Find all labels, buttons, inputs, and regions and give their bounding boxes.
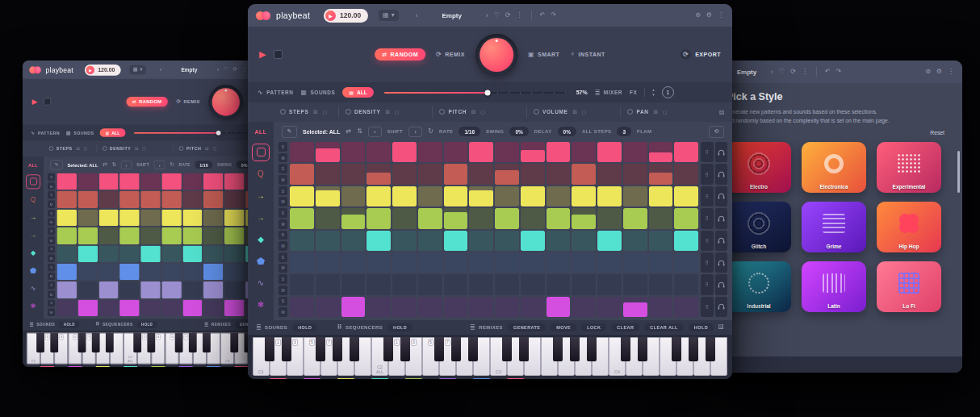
step-cell[interactable] bbox=[98, 209, 118, 226]
sounds-hold-button[interactable]: HOLD bbox=[59, 322, 79, 328]
solo-button[interactable]: S bbox=[279, 164, 287, 173]
piano-black-key[interactable] bbox=[77, 332, 86, 352]
step-cell[interactable] bbox=[495, 231, 519, 251]
track-icon-q[interactable]: Q bbox=[23, 190, 44, 208]
preset-menu-kebab-icon[interactable]: ⋮ bbox=[802, 69, 808, 75]
step-cell[interactable] bbox=[316, 164, 340, 184]
track-headphones-button[interactable] bbox=[715, 208, 728, 228]
step-cell[interactable] bbox=[572, 208, 596, 228]
track-icon-snowflake[interactable]: ❄ bbox=[23, 297, 44, 315]
step-cell[interactable] bbox=[140, 209, 160, 226]
step-cell[interactable] bbox=[366, 142, 391, 162]
piano-black-key[interactable] bbox=[587, 337, 597, 361]
lock-icon[interactable]: ▢ bbox=[212, 147, 216, 152]
step-cell[interactable] bbox=[392, 297, 417, 317]
preset-save-icon[interactable]: ⟳ bbox=[790, 69, 796, 75]
step-cell[interactable] bbox=[623, 142, 647, 162]
rate-value[interactable]: 1/16 bbox=[195, 161, 213, 169]
step-cell[interactable] bbox=[649, 252, 673, 273]
step-cell[interactable] bbox=[572, 164, 596, 184]
solo-button[interactable]: S bbox=[279, 186, 287, 196]
step-cell[interactable] bbox=[469, 252, 493, 273]
hold-button[interactable]: HOLD bbox=[689, 323, 714, 332]
step-cell[interactable] bbox=[224, 281, 244, 298]
piano-black-key[interactable] bbox=[350, 337, 360, 361]
preset-name[interactable]: Empty bbox=[166, 67, 212, 73]
smart-toggle[interactable]: ▣ SMART bbox=[528, 52, 559, 58]
step-cell[interactable] bbox=[203, 227, 223, 244]
step-cell[interactable] bbox=[597, 297, 622, 317]
tab-pattern[interactable]: ∿ PATTERN bbox=[31, 130, 60, 136]
piano-black-key[interactable] bbox=[383, 337, 394, 361]
sequencers-hold-button[interactable]: HOLD bbox=[136, 322, 157, 328]
step-cell[interactable] bbox=[182, 281, 202, 298]
step-cell[interactable] bbox=[182, 173, 202, 190]
rotate-icon[interactable]: ↻ bbox=[170, 162, 174, 168]
step-cell[interactable] bbox=[119, 227, 139, 244]
step-cell[interactable] bbox=[161, 299, 181, 316]
step-cell[interactable] bbox=[182, 209, 202, 226]
piano-black-key[interactable] bbox=[570, 337, 580, 361]
step-cell[interactable] bbox=[341, 297, 366, 317]
step-cell[interactable] bbox=[649, 208, 673, 228]
step-cell[interactable] bbox=[392, 208, 417, 228]
bpm-value[interactable]: 120.00 bbox=[98, 66, 115, 73]
step-cell[interactable] bbox=[597, 186, 622, 206]
transport-play-button[interactable]: ▶ bbox=[31, 98, 37, 106]
mute-button[interactable]: M bbox=[279, 241, 287, 251]
step-cell[interactable] bbox=[77, 227, 97, 244]
track-drag-handle[interactable]: ⠿ bbox=[701, 164, 714, 184]
export-button[interactable]: ⟳ EXPORT bbox=[681, 49, 721, 60]
lock-icon[interactable]: ▢ bbox=[142, 147, 146, 152]
step-cell[interactable] bbox=[547, 186, 571, 206]
swap-icon[interactable]: ⇄ bbox=[346, 128, 351, 135]
step-cell[interactable] bbox=[57, 245, 76, 262]
solo-button[interactable]: S bbox=[48, 264, 55, 272]
step-cell[interactable] bbox=[444, 274, 468, 294]
sync-selector[interactable]: ▦ ▾ bbox=[129, 65, 145, 74]
step-cell[interactable] bbox=[521, 252, 545, 273]
slider-handle[interactable] bbox=[216, 131, 221, 136]
step-cell[interactable] bbox=[547, 142, 571, 162]
step-cell[interactable] bbox=[182, 264, 202, 281]
solo-button[interactable]: S bbox=[279, 297, 287, 306]
style-tile-lo-fi[interactable]: Lo Fi bbox=[877, 261, 941, 312]
track-icon-pentagon[interactable] bbox=[248, 250, 274, 272]
piano-black-key[interactable] bbox=[265, 337, 275, 361]
record-button[interactable] bbox=[44, 98, 52, 106]
step-cell[interactable] bbox=[392, 231, 417, 251]
step-cell[interactable] bbox=[316, 231, 340, 251]
lane-header-pitch[interactable]: PITCH⚄▢ bbox=[174, 144, 250, 154]
step-cell[interactable] bbox=[77, 299, 97, 316]
track-icon-wave[interactable]: ∿ bbox=[248, 272, 274, 294]
piano-black-key[interactable] bbox=[434, 337, 445, 361]
piano-black-key[interactable] bbox=[502, 337, 513, 361]
step-cell[interactable] bbox=[444, 297, 468, 317]
step-cell[interactable] bbox=[98, 264, 118, 281]
step-cell[interactable] bbox=[77, 191, 97, 208]
track-headphones-button[interactable] bbox=[715, 274, 728, 294]
web-icon[interactable]: ⊚ bbox=[695, 12, 701, 19]
bpm-display[interactable]: ▶ 120.00 bbox=[85, 64, 121, 75]
step-cell[interactable] bbox=[366, 164, 391, 184]
step-cell[interactable] bbox=[119, 299, 139, 316]
track-icon-arrow[interactable]: → bbox=[23, 226, 44, 244]
step-cell[interactable] bbox=[203, 299, 223, 316]
step-cell[interactable] bbox=[224, 209, 244, 226]
style-tile-experimental[interactable]: Experimental bbox=[877, 142, 941, 193]
menu-kebab-icon[interactable]: ⋮ bbox=[948, 69, 954, 75]
step-cell[interactable] bbox=[495, 208, 519, 228]
step-cell[interactable] bbox=[649, 231, 673, 251]
move-button[interactable]: MOVE bbox=[551, 323, 576, 332]
step-cell[interactable] bbox=[572, 297, 596, 317]
step-cell[interactable] bbox=[547, 274, 571, 294]
sidebar-all-tab[interactable]: ALL bbox=[254, 122, 266, 141]
pencil-icon[interactable]: ✎ bbox=[50, 160, 63, 169]
step-cell[interactable] bbox=[623, 231, 647, 251]
mute-button[interactable]: M bbox=[48, 308, 55, 316]
step-cell[interactable] bbox=[495, 164, 519, 184]
step-cell[interactable] bbox=[469, 208, 493, 228]
chevron-down-icon[interactable]: ▾ bbox=[652, 93, 655, 97]
remix-button[interactable]: ⟳ REMIX bbox=[176, 99, 199, 105]
web-icon[interactable]: ⊚ bbox=[925, 69, 931, 75]
